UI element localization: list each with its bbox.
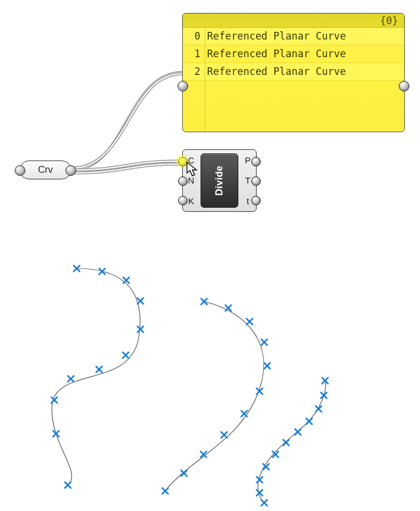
viewport-curve-2 xyxy=(258,381,326,503)
port-out-P[interactable] xyxy=(251,157,261,166)
viewport-points-curve-2 xyxy=(257,378,328,506)
crv-input-grip[interactable] xyxy=(15,165,25,176)
viewport-curve-0 xyxy=(52,268,140,485)
panel-header: {0} xyxy=(183,14,404,28)
panel-row: 1Referenced Planar Curve xyxy=(183,45,404,63)
panel-row-index: 2 xyxy=(190,63,205,80)
port-out-T[interactable] xyxy=(251,176,261,186)
panel-row-text: Referenced Planar Curve xyxy=(205,65,346,77)
panel-row-index: 0 xyxy=(190,28,205,44)
viewport-points-curve-0 xyxy=(51,266,143,488)
panel-row: 0Referenced Planar Curve xyxy=(183,28,404,45)
viewport-points-curve-1 xyxy=(162,299,270,494)
panel-row-index: 1 xyxy=(190,45,205,62)
panel-input-grip[interactable] xyxy=(178,81,188,91)
panel-row: 2Referenced Planar Curve xyxy=(183,63,404,81)
panel-output-grip[interactable] xyxy=(399,81,409,91)
port-out-t[interactable] xyxy=(251,196,261,205)
panel-row-text: Referenced Planar Curve xyxy=(205,30,346,42)
wire-crv-to-panel xyxy=(71,73,182,170)
port-in-N[interactable] xyxy=(178,176,188,186)
panel-row-text: Referenced Planar Curve xyxy=(205,48,346,60)
wire-crv-to-divide xyxy=(71,161,182,173)
crv-output-grip[interactable] xyxy=(65,165,76,176)
data-panel[interactable]: {0} 0Referenced Planar Curve1Referenced … xyxy=(182,13,405,132)
divide-core: Divide xyxy=(201,153,238,208)
crv-param[interactable]: Crv xyxy=(19,160,71,179)
viewport-curve-1 xyxy=(165,302,264,491)
crv-label: Crv xyxy=(38,165,53,175)
port-in-K[interactable] xyxy=(178,196,188,205)
port-in-C[interactable] xyxy=(178,157,188,166)
divide-component[interactable]: C N K Divide P T t xyxy=(182,149,257,212)
